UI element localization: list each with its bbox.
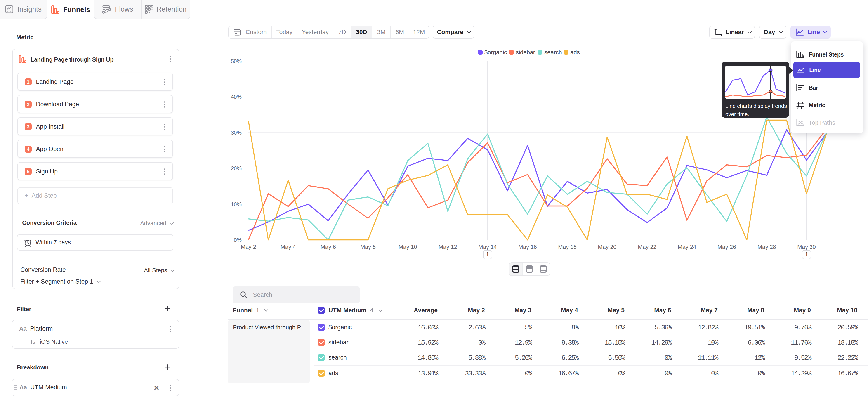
svg-text:May 26: May 26 xyxy=(717,244,736,250)
svg-text:May 18: May 18 xyxy=(558,244,577,250)
svg-text:May 20: May 20 xyxy=(598,244,616,250)
svg-text:sidebar: sidebar xyxy=(516,49,535,56)
svg-text:May 22: May 22 xyxy=(638,244,656,250)
svg-text:May 12: May 12 xyxy=(438,244,457,250)
svg-text:20%: 20% xyxy=(231,165,242,171)
svg-text:May 10: May 10 xyxy=(399,244,417,250)
svg-text:May 2: May 2 xyxy=(241,244,256,250)
svg-text:50%: 50% xyxy=(231,58,242,64)
svg-text:May 30: May 30 xyxy=(797,244,816,250)
svg-text:May 28: May 28 xyxy=(757,244,776,250)
svg-text:May 4: May 4 xyxy=(281,244,296,250)
svg-text:May 16: May 16 xyxy=(518,244,537,250)
svg-text:1: 1 xyxy=(805,251,808,258)
svg-text:10%: 10% xyxy=(231,201,242,207)
svg-text:search: search xyxy=(544,49,562,56)
svg-text:0%: 0% xyxy=(234,237,242,243)
svg-text:May 6: May 6 xyxy=(320,244,336,250)
svg-text:May 8: May 8 xyxy=(360,244,376,250)
svg-text:May 14: May 14 xyxy=(478,244,497,250)
svg-text:1: 1 xyxy=(486,251,489,258)
svg-text:May 24: May 24 xyxy=(678,244,696,250)
svg-text:40%: 40% xyxy=(231,94,242,100)
svg-text:ads: ads xyxy=(570,49,580,56)
svg-text:$organic: $organic xyxy=(485,49,507,56)
svg-text:30%: 30% xyxy=(231,130,242,136)
